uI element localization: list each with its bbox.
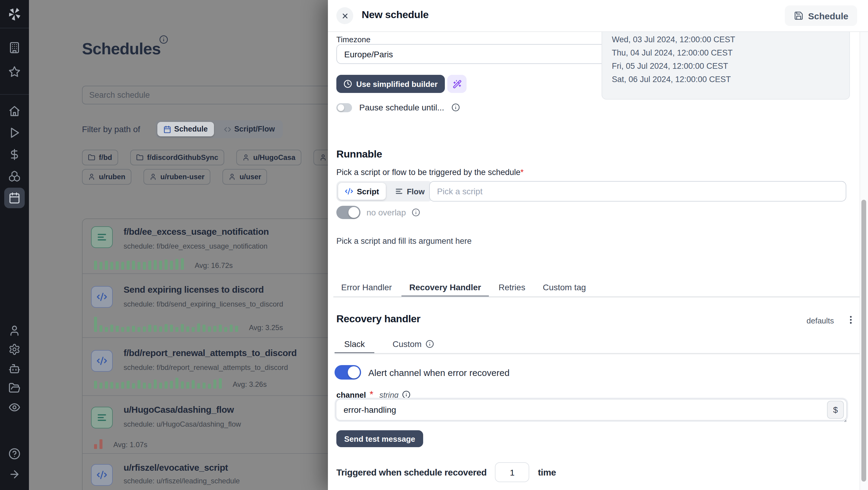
subtab-custom[interactable]: Custom	[383, 336, 444, 354]
run-bar[interactable]	[105, 261, 108, 270]
run-bar[interactable]	[213, 326, 216, 332]
run-bar[interactable]	[170, 325, 173, 332]
run-bar[interactable]	[192, 327, 195, 332]
pause-schedule-toggle[interactable]	[336, 103, 352, 112]
run-bar[interactable]	[94, 444, 97, 449]
channel-input[interactable]	[336, 405, 827, 414]
sidebar-item-home[interactable]	[8, 105, 21, 117]
run-bar[interactable]	[208, 384, 211, 388]
run-bar[interactable]	[235, 326, 238, 332]
sidebar-item-help[interactable]	[8, 448, 21, 460]
path-chip-f/discordGithubSync[interactable]: f/discordGithubSync	[130, 150, 224, 165]
filter-toggle-schedule[interactable]: Schedule	[157, 122, 214, 136]
sidebar-item-calendar[interactable]	[4, 188, 25, 208]
run-bar[interactable]	[164, 259, 167, 270]
ai-wand-button[interactable]	[447, 75, 467, 93]
subtab-slack[interactable]: Slack	[335, 336, 374, 354]
path-chip-f/bd[interactable]: f/bd	[82, 150, 118, 165]
run-bar[interactable]	[132, 326, 135, 332]
run-bar[interactable]	[154, 260, 157, 270]
run-bar[interactable]	[176, 259, 179, 270]
run-bar[interactable]	[94, 261, 97, 270]
run-bar[interactable]	[219, 378, 222, 388]
schedule-save-button[interactable]: Schedule	[785, 5, 857, 26]
run-bar[interactable]	[105, 381, 108, 388]
simplified-builder-button[interactable]: Use simplified builder	[336, 75, 445, 93]
run-bar[interactable]	[137, 327, 141, 332]
run-bar[interactable]	[127, 381, 130, 388]
run-bar[interactable]	[224, 327, 227, 332]
pick-script-input[interactable]	[429, 181, 846, 202]
alert-channel-toggle[interactable]	[335, 365, 361, 380]
run-bar[interactable]	[110, 262, 113, 270]
run-bar[interactable]	[121, 382, 124, 388]
run-bar[interactable]	[192, 380, 195, 388]
no-overlap-toggle[interactable]	[336, 206, 361, 219]
run-bar[interactable]	[164, 324, 167, 332]
sidebar-item-user[interactable]	[8, 325, 21, 337]
drawer-scrollbar-thumb[interactable]	[861, 200, 866, 482]
run-bar[interactable]	[181, 324, 184, 332]
path-chip-u/ruben[interactable]: u/ruben	[82, 169, 131, 185]
send-test-message-button[interactable]: Send test message	[336, 430, 423, 447]
info-icon[interactable]	[159, 35, 168, 44]
run-bar[interactable]	[132, 261, 135, 270]
sidebar-item-folder[interactable]	[8, 382, 21, 394]
run-bar[interactable]	[116, 382, 119, 388]
run-bar[interactable]	[176, 327, 179, 332]
run-bar[interactable]	[99, 262, 102, 270]
run-bar[interactable]	[143, 262, 146, 270]
run-bar[interactable]	[143, 326, 146, 332]
sidebar-item-eye[interactable]	[8, 401, 21, 413]
sidebar-item-boxes[interactable]	[8, 170, 21, 182]
run-bar[interactable]	[159, 326, 162, 332]
defaults-label[interactable]: defaults	[807, 316, 834, 325]
run-bar[interactable]	[154, 380, 157, 388]
run-bar[interactable]	[105, 327, 108, 332]
recovered-times-input[interactable]	[495, 462, 530, 482]
run-bar[interactable]	[203, 382, 206, 388]
run-bar[interactable]	[116, 326, 119, 332]
run-bar[interactable]	[186, 382, 189, 388]
close-button[interactable]	[336, 7, 353, 24]
run-bar[interactable]	[154, 325, 157, 332]
run-bar[interactable]	[110, 382, 113, 388]
windmill-logo-icon[interactable]	[7, 7, 22, 21]
run-bar[interactable]	[170, 381, 173, 388]
tab-error-handler[interactable]: Error Handler	[333, 279, 400, 297]
run-bar[interactable]	[94, 317, 97, 332]
run-bar[interactable]	[176, 378, 179, 388]
run-bar[interactable]	[148, 383, 151, 388]
run-bar[interactable]	[137, 262, 141, 270]
resize-handle-icon[interactable]	[841, 416, 847, 423]
run-bar[interactable]	[121, 262, 124, 270]
run-bar[interactable]	[159, 261, 162, 270]
tab-recovery-handler[interactable]: Recovery Handler	[401, 279, 489, 297]
variable-picker-button[interactable]: $	[827, 401, 844, 419]
tab-custom-tag[interactable]: Custom tag	[535, 279, 594, 297]
sidebar-item-settings[interactable]	[8, 343, 21, 355]
run-bar[interactable]	[99, 325, 102, 332]
run-bar[interactable]	[127, 261, 130, 270]
kebab-menu-icon[interactable]	[845, 313, 856, 327]
run-bar[interactable]	[203, 325, 206, 332]
runnable-kind-flow[interactable]: Flow	[388, 183, 431, 200]
path-chip-u/ruben-user[interactable]: u/ruben-user	[144, 169, 211, 185]
tab-retries[interactable]: Retries	[491, 279, 533, 297]
sidebar-item-star[interactable]	[8, 66, 21, 78]
run-bar[interactable]	[186, 326, 189, 332]
run-bar[interactable]	[137, 380, 141, 388]
run-bar[interactable]	[127, 326, 130, 332]
run-bar[interactable]	[132, 383, 135, 388]
sidebar-item-play[interactable]	[8, 127, 21, 139]
run-bar[interactable]	[170, 261, 173, 270]
sidebar-item-bot[interactable]	[8, 363, 21, 375]
run-bar[interactable]	[197, 383, 200, 388]
run-bar[interactable]	[213, 380, 216, 388]
filter-toggle-script-flow[interactable]: Script/Flow	[217, 122, 281, 136]
info-icon[interactable]	[452, 103, 460, 112]
path-chip-u/user[interactable]: u/user	[223, 169, 267, 185]
run-bar[interactable]	[164, 381, 167, 388]
sidebar-item-arrow-right[interactable]	[8, 468, 21, 480]
sidebar-item-dollar[interactable]	[8, 148, 21, 161]
